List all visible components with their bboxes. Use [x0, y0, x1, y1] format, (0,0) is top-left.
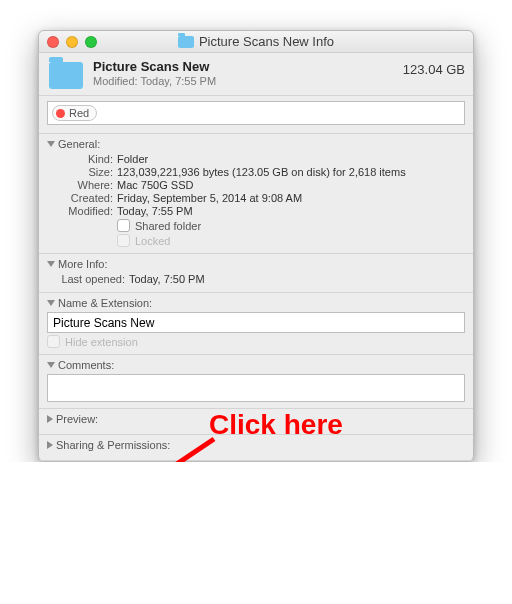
window-controls: [47, 36, 97, 48]
last-opened-label: Last opened:: [47, 273, 125, 285]
comments-field[interactable]: [47, 374, 465, 402]
tags-row: Red: [39, 96, 473, 134]
folder-icon: [178, 36, 194, 48]
tag-label: Red: [69, 107, 89, 119]
item-modified: Modified: Today, 7:55 PM: [93, 75, 403, 87]
section-sharing-permissions: Sharing & Permissions:: [39, 435, 473, 461]
name-input[interactable]: [47, 312, 465, 333]
hide-extension-label: Hide extension: [65, 336, 138, 348]
section-title: More Info:: [58, 258, 108, 270]
tag-red[interactable]: Red: [52, 105, 97, 121]
section-title: Preview:: [56, 413, 98, 425]
section-preview: Preview:: [39, 409, 473, 435]
section-comments: Comments:: [39, 355, 473, 409]
created-value: Friday, September 5, 2014 at 9:08 AM: [117, 192, 465, 204]
section-header-name-ext[interactable]: Name & Extension:: [47, 297, 465, 309]
disclosure-triangle-icon: [47, 362, 55, 368]
section-general: General: Kind:Folder Size:123,039,221,93…: [39, 134, 473, 254]
section-header-comments[interactable]: Comments:: [47, 359, 465, 371]
info-window: Picture Scans New Info Picture Scans New…: [38, 30, 474, 462]
modified-label: Modified:: [53, 205, 113, 217]
section-more-info: More Info: Last opened:Today, 7:50 PM: [39, 254, 473, 293]
size-value: 123,039,221,936 bytes (123.05 GB on disk…: [117, 166, 465, 178]
titlebar[interactable]: Picture Scans New Info: [39, 31, 473, 53]
section-header-preview[interactable]: Preview:: [47, 413, 465, 425]
checkbox-icon: [117, 234, 130, 247]
item-name: Picture Scans New: [93, 59, 403, 74]
locked-label: Locked: [135, 235, 170, 247]
item-size: 123.04 GB: [403, 59, 465, 77]
red-tag-icon: [56, 109, 65, 118]
checkbox-icon: [47, 335, 60, 348]
section-title: Comments:: [58, 359, 114, 371]
disclosure-triangle-icon: [47, 141, 55, 147]
window-title-text: Picture Scans New Info: [199, 34, 334, 49]
modified-value: Today, 7:55 PM: [117, 205, 465, 217]
locked-checkbox: Locked: [117, 234, 465, 247]
last-opened-value: Today, 7:50 PM: [129, 273, 465, 285]
tags-field[interactable]: Red: [47, 101, 465, 125]
zoom-icon[interactable]: [85, 36, 97, 48]
section-header-general[interactable]: General:: [47, 138, 465, 150]
window-title: Picture Scans New Info: [39, 34, 473, 49]
close-icon[interactable]: [47, 36, 59, 48]
header: Picture Scans New Modified: Today, 7:55 …: [39, 53, 473, 96]
section-title: General:: [58, 138, 100, 150]
disclosure-triangle-icon: [47, 261, 55, 267]
section-title: Name & Extension:: [58, 297, 152, 309]
kind-value: Folder: [117, 153, 465, 165]
folder-icon: [49, 62, 83, 89]
section-header-sharing[interactable]: Sharing & Permissions:: [47, 439, 465, 451]
disclosure-triangle-icon: [47, 300, 55, 306]
size-label: Size:: [53, 166, 113, 178]
hide-extension-checkbox: Hide extension: [47, 335, 465, 348]
section-header-more-info[interactable]: More Info:: [47, 258, 465, 270]
created-label: Created:: [53, 192, 113, 204]
section-title: Sharing & Permissions:: [56, 439, 170, 451]
section-name-extension: Name & Extension: Hide extension: [39, 293, 473, 355]
checkbox-icon: [117, 219, 130, 232]
kind-label: Kind:: [53, 153, 113, 165]
where-value: Mac 750G SSD: [117, 179, 465, 191]
header-text: Picture Scans New Modified: Today, 7:55 …: [93, 59, 403, 87]
disclosure-triangle-icon: [47, 441, 53, 449]
shared-folder-label: Shared folder: [135, 220, 201, 232]
minimize-icon[interactable]: [66, 36, 78, 48]
shared-folder-checkbox[interactable]: Shared folder: [117, 219, 465, 232]
disclosure-triangle-icon: [47, 415, 53, 423]
where-label: Where:: [53, 179, 113, 191]
